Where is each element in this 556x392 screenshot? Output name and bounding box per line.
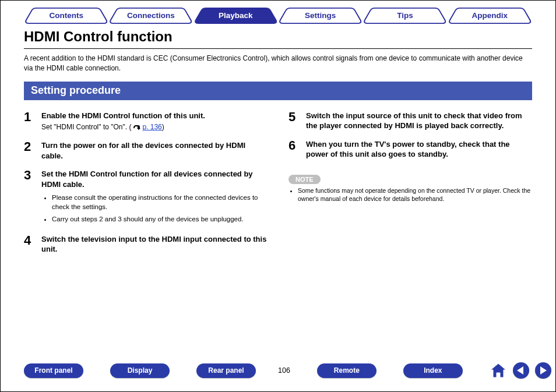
step-body: Switch the television input to the HDMI … — [41, 234, 268, 255]
intro-text: A recent addition to the HDMI standard i… — [24, 54, 532, 73]
page-number: 106 — [278, 366, 290, 375]
page-title: HDMI Control function — [24, 29, 532, 45]
tab-label: Appendix — [472, 11, 508, 20]
arrow-right-icon — [540, 366, 547, 375]
pills-left-group: Front panelDisplayRear panel — [24, 363, 283, 378]
section-banner: Setting procedure — [24, 82, 532, 100]
step-body: When you turn the TV's power to standby,… — [306, 139, 532, 160]
step-head: Switch the input source of this unit to … — [306, 111, 532, 131]
footer-pill-rear-panel[interactable]: Rear panel — [196, 363, 256, 378]
step-number: 1 — [24, 111, 34, 133]
step-head: Switch the television input to the HDMI … — [41, 234, 268, 255]
step-head: Enable the HDMI Control function of this… — [41, 111, 268, 121]
step-number: 3 — [24, 169, 34, 225]
steps-col-left: 1Enable the HDMI Control function of thi… — [24, 111, 268, 263]
step-bullet: Carry out steps 2 and 3 should any of th… — [52, 214, 268, 224]
tab-label: Playback — [219, 11, 253, 20]
title-rule — [24, 48, 532, 49]
step-6: 6When you turn the TV's power to standby… — [288, 139, 532, 160]
step-body: Switch the input source of this unit to … — [306, 111, 532, 131]
step-number: 5 — [288, 111, 299, 131]
tab-settings[interactable]: Settings — [278, 8, 363, 24]
step-number: 4 — [24, 234, 34, 255]
step-1: 1Enable the HDMI Control function of thi… — [24, 111, 268, 133]
pills-right-group: RemoteIndex — [317, 363, 490, 378]
step-body: Enable the HDMI Control function of this… — [41, 111, 268, 133]
tab-tips[interactable]: Tips — [363, 8, 447, 24]
tab-label: Settings — [305, 11, 336, 20]
step-head: When you turn the TV's power to standby,… — [306, 139, 532, 160]
step-body: Set the HDMI Control function for all de… — [41, 169, 268, 225]
tab-label: Connections — [127, 11, 175, 20]
top-tabs: ContentsConnectionsPlaybackSettingsTipsA… — [24, 8, 532, 24]
step-3: 3Set the HDMI Control function for all d… — [24, 169, 268, 225]
arrow-left-icon — [517, 366, 523, 375]
footer-pill-front-panel[interactable]: Front panel — [24, 363, 83, 378]
step-body: Turn the power on for all the devices co… — [41, 140, 268, 161]
step-number: 2 — [24, 140, 34, 161]
footer-pill-index[interactable]: Index — [403, 363, 463, 378]
footer-pill-remote[interactable]: Remote — [317, 363, 376, 378]
step-subtext: Set "HDMI Control" to "On". (p. 136) — [41, 123, 268, 132]
note-list: Some functions may not operate depending… — [288, 186, 532, 203]
steps-col-right: 5Switch the input source of this unit to… — [288, 111, 532, 263]
step-4: 4Switch the television input to the HDMI… — [24, 234, 268, 255]
manual-page: ContentsConnectionsPlaybackSettingsTipsA… — [0, 0, 556, 392]
tab-appendix[interactable]: Appendix — [448, 8, 532, 24]
note-chip: NOTE — [288, 175, 321, 184]
step-2: 2Turn the power on for all the devices c… — [24, 140, 268, 161]
tab-label: Contents — [49, 11, 83, 20]
tab-connections[interactable]: Connections — [108, 8, 193, 24]
step-bullet: Please consult the operating instruction… — [52, 193, 268, 211]
step-head: Set the HDMI Control function for all de… — [41, 169, 268, 189]
tab-contents[interactable]: Contents — [24, 8, 108, 24]
step-5: 5Switch the input source of this unit to… — [288, 111, 532, 131]
next-page-button[interactable] — [535, 362, 551, 379]
step-head: Turn the power on for all the devices co… — [41, 140, 268, 161]
nav-icon-group — [490, 362, 551, 379]
bottom-bar: Front panelDisplayRear panel 106 RemoteI… — [24, 362, 532, 379]
note-item: Some functions may not operate depending… — [298, 186, 532, 203]
see-page-icon — [133, 123, 141, 132]
step-bullet-list: Please consult the operating instruction… — [41, 193, 268, 223]
footer-pill-display[interactable]: Display — [110, 363, 170, 378]
tab-label: Tips — [397, 11, 413, 20]
step-number: 6 — [288, 139, 299, 160]
tab-playback[interactable]: Playback — [193, 8, 278, 24]
prev-page-button[interactable] — [513, 362, 529, 379]
page-ref-link[interactable]: p. 136 — [142, 123, 161, 131]
steps-columns: 1Enable the HDMI Control function of thi… — [24, 111, 532, 263]
home-icon[interactable] — [490, 362, 507, 379]
